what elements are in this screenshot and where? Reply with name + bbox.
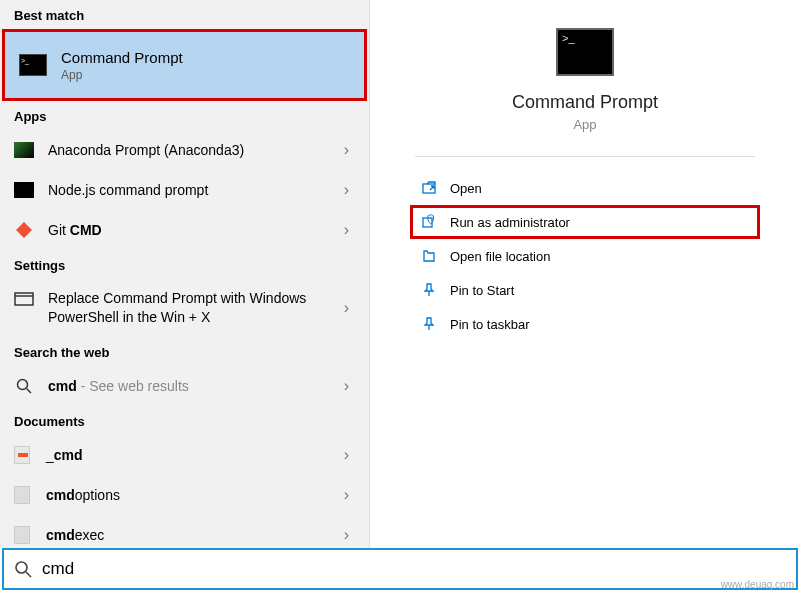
action-open[interactable]: Open bbox=[410, 171, 760, 205]
document-icon bbox=[14, 526, 30, 544]
best-match-command-prompt[interactable]: Command Prompt App bbox=[2, 29, 367, 101]
anaconda-icon bbox=[14, 142, 34, 158]
command-prompt-icon bbox=[14, 182, 34, 198]
search-icon bbox=[14, 378, 34, 394]
chevron-right-icon[interactable]: › bbox=[344, 221, 355, 239]
chevron-right-icon[interactable]: › bbox=[344, 181, 355, 199]
section-search-web: Search the web bbox=[0, 337, 369, 366]
doc-underscore-cmd[interactable]: _cmd › bbox=[0, 435, 369, 475]
chevron-right-icon[interactable]: › bbox=[344, 526, 355, 544]
preview-subtitle: App bbox=[573, 117, 596, 132]
section-apps: Apps bbox=[0, 101, 369, 130]
svg-point-7 bbox=[16, 562, 27, 573]
svg-marker-0 bbox=[16, 222, 32, 238]
best-match-title: Command Prompt bbox=[61, 49, 183, 66]
git-icon bbox=[14, 222, 34, 238]
search-icon bbox=[14, 560, 32, 578]
setting-replace-cmd[interactable]: Replace Command Prompt with Windows Powe… bbox=[0, 279, 369, 337]
action-run-as-admin[interactable]: Run as administrator bbox=[410, 205, 760, 239]
settings-window-icon bbox=[14, 292, 34, 306]
command-prompt-icon bbox=[19, 54, 47, 76]
svg-line-8 bbox=[26, 572, 31, 577]
app-git-cmd[interactable]: Git CMD › bbox=[0, 210, 369, 250]
action-open-file-location[interactable]: Open file location bbox=[410, 239, 760, 273]
chevron-right-icon[interactable]: › bbox=[344, 486, 355, 504]
svg-rect-6 bbox=[423, 218, 432, 227]
command-prompt-large-icon bbox=[556, 28, 614, 76]
svg-line-4 bbox=[27, 388, 32, 393]
preview-title: Command Prompt bbox=[512, 92, 658, 113]
search-input[interactable] bbox=[42, 559, 786, 579]
action-pin-to-start[interactable]: Pin to Start bbox=[410, 273, 760, 307]
section-settings: Settings bbox=[0, 250, 369, 279]
best-match-subtitle: App bbox=[61, 68, 183, 82]
divider bbox=[415, 156, 755, 157]
section-best-match: Best match bbox=[0, 0, 369, 29]
pin-start-icon bbox=[420, 281, 438, 299]
section-documents: Documents bbox=[0, 406, 369, 435]
preview-panel: Command Prompt App Open Run as administr… bbox=[370, 0, 800, 548]
chevron-right-icon[interactable]: › bbox=[344, 141, 355, 159]
search-bar[interactable] bbox=[2, 548, 798, 590]
admin-shield-icon bbox=[420, 213, 438, 231]
doc-cmdoptions[interactable]: cmdoptions › bbox=[0, 475, 369, 515]
search-results-panel: Best match Command Prompt App Apps Anaco… bbox=[0, 0, 370, 548]
document-icon bbox=[14, 486, 30, 504]
app-nodejs-prompt[interactable]: Node.js command prompt › bbox=[0, 170, 369, 210]
open-icon bbox=[420, 179, 438, 197]
chevron-right-icon[interactable]: › bbox=[344, 299, 355, 317]
document-icon bbox=[14, 446, 30, 464]
svg-rect-1 bbox=[15, 293, 33, 305]
web-result-cmd[interactable]: cmd - See web results › bbox=[0, 366, 369, 406]
chevron-right-icon[interactable]: › bbox=[344, 377, 355, 395]
watermark: www.deuaq.com bbox=[721, 579, 794, 590]
chevron-right-icon[interactable]: › bbox=[344, 446, 355, 464]
app-anaconda-prompt[interactable]: Anaconda Prompt (Anaconda3) › bbox=[0, 130, 369, 170]
doc-cmdexec[interactable]: cmdexec › bbox=[0, 515, 369, 548]
svg-point-3 bbox=[18, 379, 28, 389]
action-pin-to-taskbar[interactable]: Pin to taskbar bbox=[410, 307, 760, 341]
pin-taskbar-icon bbox=[420, 315, 438, 333]
folder-icon bbox=[420, 247, 438, 265]
